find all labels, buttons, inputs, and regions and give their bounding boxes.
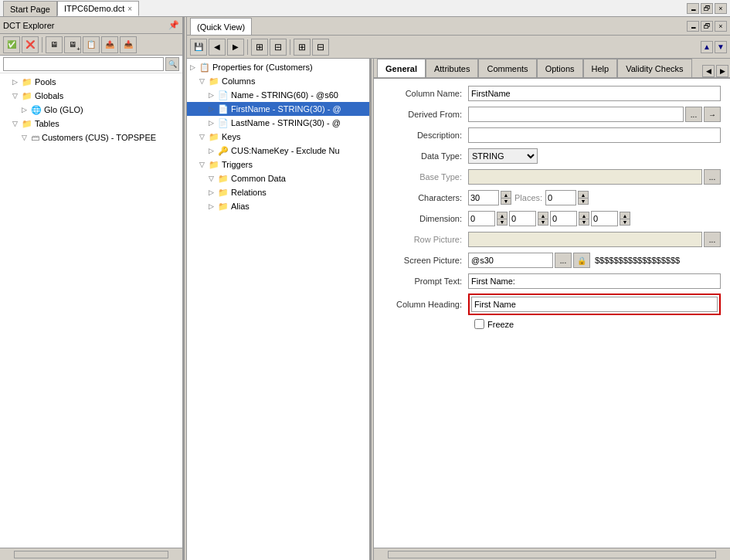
expand-triggers[interactable]: ▽ — [199, 161, 209, 168]
derived-ellipsis-btn[interactable]: ... — [685, 107, 702, 122]
right-minimize-btn[interactable]: 🗕 — [687, 21, 699, 32]
right-collapse2-btn[interactable]: ⊟ — [312, 39, 329, 56]
expand-namekey[interactable]: ▷ — [209, 147, 218, 154]
tab-nav-right[interactable]: ▶ — [716, 65, 728, 77]
left-hscroll[interactable] — [14, 551, 168, 558]
tree-item-customers[interactable]: ▽ 🗃 Customers (CUS) - TOPSPEE — [0, 131, 182, 144]
tree-relations[interactable]: ▷ 📁 Relations — [187, 185, 369, 199]
search-btn[interactable]: 🔍 — [165, 57, 179, 71]
search-input[interactable] — [3, 57, 164, 71]
dim-down-3[interactable]: ▼ — [579, 219, 589, 226]
lock-btn[interactable]: 🔒 — [573, 253, 590, 268]
right-expand2-btn[interactable]: ⊞ — [294, 39, 311, 56]
toolbar-btn-1[interactable]: ✅ — [3, 36, 20, 53]
right-next-btn[interactable]: ▶ — [227, 39, 244, 56]
nav-up-btn[interactable]: ▲ — [701, 41, 713, 53]
right-expand-btn[interactable]: ⊞ — [251, 39, 268, 56]
characters-down[interactable]: ▼ — [501, 198, 511, 205]
restore-btn[interactable]: 🗗 — [701, 3, 713, 14]
places-down[interactable]: ▼ — [578, 198, 589, 205]
tab-comments[interactable]: Comments — [478, 59, 536, 77]
expand-pools[interactable]: ▷ — [12, 78, 22, 86]
tree-item-pools[interactable]: ▷ 📁 Pools — [0, 75, 182, 89]
expand-relations[interactable]: ▷ — [209, 188, 218, 196]
expand-alias[interactable]: ▷ — [209, 202, 218, 210]
right-close-btn[interactable]: × — [715, 21, 727, 32]
tab-general[interactable]: General — [377, 59, 426, 77]
expand-keys[interactable]: ▽ — [199, 133, 209, 141]
toolbar-btn-4[interactable]: 🖥+ — [64, 36, 81, 53]
tree-keys-folder[interactable]: ▽ 📁 Keys — [187, 130, 369, 144]
dim-up-2[interactable]: ▲ — [538, 212, 548, 219]
derived-arrow-btn[interactable]: → — [704, 107, 721, 122]
tree-columns-folder[interactable]: ▽ 📁 Columns — [187, 74, 369, 88]
right-save-btn[interactable]: 💾 — [190, 39, 207, 56]
dim-down-4[interactable]: ▼ — [620, 219, 630, 226]
tab-help[interactable]: Help — [583, 59, 618, 77]
dim-input-4[interactable] — [591, 211, 618, 226]
base-type-btn[interactable]: ... — [704, 169, 721, 185]
toolbar-btn-6[interactable]: 📤 — [101, 36, 118, 53]
data-type-select[interactable]: STRING LONG SHORT BYTE REAL DECIMAL DATE… — [468, 148, 538, 164]
tree-item-glo[interactable]: ▷ 🌐 Glo (GLO) — [0, 103, 182, 117]
derived-from-input[interactable] — [468, 107, 684, 122]
expand-props[interactable]: ▷ — [190, 63, 199, 71]
nav-down-btn[interactable]: ▼ — [715, 41, 727, 53]
tree-item-tables[interactable]: ▽ 📁 Tables — [0, 117, 182, 131]
expand-tables[interactable]: ▽ — [12, 120, 22, 127]
expand-firstname[interactable]: ▷ — [209, 105, 218, 113]
pin-icon[interactable]: 📌 — [168, 20, 179, 30]
dim-up-1[interactable]: ▲ — [497, 212, 508, 219]
dim-down-2[interactable]: ▼ — [538, 219, 548, 226]
tab-validity[interactable]: Validity Checks — [617, 59, 691, 77]
form-hscroll[interactable] — [388, 551, 716, 558]
expand-lastname[interactable]: ▷ — [209, 119, 218, 127]
row-picture-btn[interactable]: ... — [704, 232, 721, 247]
dim-down-1[interactable]: ▼ — [497, 219, 508, 226]
freeze-checkbox[interactable] — [474, 319, 484, 329]
tree-firstname-column[interactable]: ▷ 📄 FirstName - STRING(30) - @ — [187, 102, 369, 116]
right-collapse-btn[interactable]: ⊟ — [270, 39, 287, 56]
column-name-input[interactable] — [468, 86, 721, 101]
dim-up-4[interactable]: ▲ — [620, 212, 630, 219]
dim-up-3[interactable]: ▲ — [579, 212, 589, 219]
tree-triggers-folder[interactable]: ▽ 📁 Triggers — [187, 158, 369, 171]
tree-props[interactable]: ▷ 📋 Properties for (Customers) — [187, 60, 369, 74]
toolbar-btn-2[interactable]: ❌ — [22, 36, 39, 53]
expand-name[interactable]: ▷ — [209, 91, 218, 99]
tree-item-globals[interactable]: ▽ 📁 Globals — [0, 89, 182, 103]
tab-attributes[interactable]: Attributes — [426, 59, 478, 77]
expand-columns[interactable]: ▽ — [199, 77, 209, 85]
prompt-text-input[interactable] — [468, 273, 721, 289]
tab-nav-left[interactable]: ◀ — [702, 65, 715, 77]
toolbar-btn-3[interactable]: 🖥 — [46, 36, 63, 53]
expand-customers[interactable]: ▽ — [22, 134, 31, 141]
description-input[interactable] — [468, 127, 721, 143]
expand-globals[interactable]: ▽ — [12, 92, 22, 100]
dim-input-3[interactable] — [550, 211, 577, 226]
close-btn[interactable]: × — [715, 3, 727, 14]
tree-name-column[interactable]: ▷ 📄 Name - STRING(60) - @s60 — [187, 88, 369, 102]
right-prev-btn[interactable]: ◀ — [209, 39, 226, 56]
quick-view-tab[interactable]: (Quick View) — [190, 18, 252, 35]
minimize-btn[interactable]: 🗕 — [687, 3, 699, 14]
dim-input-2[interactable] — [509, 211, 536, 226]
tab-options[interactable]: Options — [537, 59, 583, 77]
places-input[interactable] — [545, 190, 576, 205]
tree-namekey[interactable]: ▷ 🔑 CUS:NameKey - Exclude Nu — [187, 144, 369, 158]
tree-lastname-column[interactable]: ▷ 📄 LastName - STRING(30) - @ — [187, 116, 369, 130]
places-up[interactable]: ▲ — [578, 191, 589, 198]
dim-input-1[interactable] — [468, 211, 495, 226]
expand-glo[interactable]: ▷ — [22, 106, 31, 114]
toolbar-btn-7[interactable]: 📥 — [120, 36, 137, 53]
tab-active-file[interactable]: ITPC6Demo.dct × — [57, 1, 139, 16]
screen-picture-btn[interactable]: ... — [555, 253, 572, 268]
tree-common-data[interactable]: ▽ 📁 Common Data — [187, 171, 369, 185]
tree-alias[interactable]: ▷ 📁 Alias — [187, 199, 369, 213]
tab-close-btn[interactable]: × — [127, 5, 132, 13]
right-restore-btn[interactable]: 🗗 — [701, 21, 713, 32]
toolbar-btn-5[interactable]: 📋 — [83, 36, 100, 53]
expand-common-data[interactable]: ▽ — [209, 175, 218, 182]
column-heading-input[interactable] — [471, 297, 718, 312]
tab-start-page[interactable]: Start Page — [3, 1, 57, 16]
